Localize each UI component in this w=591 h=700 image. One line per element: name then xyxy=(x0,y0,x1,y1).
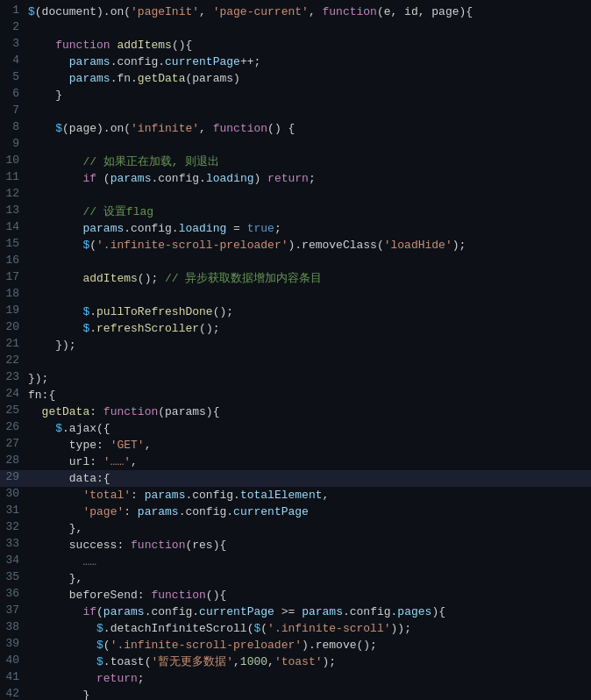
code-token: totalElement xyxy=(240,489,323,502)
code-token xyxy=(28,239,82,252)
code-token: , xyxy=(233,655,240,668)
code-token: '.infinite-scroll-preloader' xyxy=(110,639,302,652)
code-token xyxy=(28,272,82,285)
code-token xyxy=(28,672,96,685)
line-number: 27 xyxy=(4,437,28,450)
line-content xyxy=(28,20,587,37)
code-token: type: xyxy=(28,439,110,452)
line-content: $(document).on('pageInit', 'page-current… xyxy=(28,4,587,20)
code-token: : xyxy=(89,405,103,418)
code-token: 'infinite' xyxy=(131,122,199,135)
code-line: 13 // 设置flag xyxy=(0,204,591,220)
line-content: addItems(); // 异步获取数据增加内容条目 xyxy=(28,270,587,287)
line-content: function addItems(){ xyxy=(28,37,587,54)
line-number: 9 xyxy=(4,137,28,150)
code-line: 23}); xyxy=(0,370,591,387)
code-token xyxy=(28,322,82,335)
code-token: getData xyxy=(138,72,186,85)
code-token: '……' xyxy=(103,455,131,468)
code-token xyxy=(28,205,82,218)
code-token: return xyxy=(96,672,138,685)
line-number: 18 xyxy=(4,287,28,300)
code-token: getData xyxy=(42,405,90,418)
line-number: 26 xyxy=(4,420,28,433)
code-token: ( xyxy=(96,605,103,618)
code-token: $ xyxy=(28,5,35,18)
code-line: 31 'page': params.config.currentPage xyxy=(0,504,591,520)
line-number: 8 xyxy=(4,120,28,133)
line-number: 39 xyxy=(4,637,28,650)
code-token: loading xyxy=(206,172,254,185)
line-content: }); xyxy=(28,370,587,387)
line-content: success: function(res){ xyxy=(28,537,587,554)
code-token: ( xyxy=(103,639,110,652)
code-token: 'page' xyxy=(82,505,124,518)
line-number: 2 xyxy=(4,20,28,33)
code-line: 19 $.pullToRefreshDone(); xyxy=(0,304,591,320)
line-number: 33 xyxy=(4,537,28,550)
line-number: 20 xyxy=(4,320,28,333)
line-content: params.config.loading = true; xyxy=(28,220,587,237)
code-token: (params){ xyxy=(158,405,219,418)
line-number: 35 xyxy=(4,570,28,583)
line-number: 12 xyxy=(4,187,28,200)
line-content xyxy=(28,254,587,270)
line-content: if(params.config.currentPage >= params.c… xyxy=(28,604,587,620)
line-number: 6 xyxy=(4,87,28,100)
code-token xyxy=(28,405,42,418)
code-line: 38 $.detachInfiniteScroll($('.infinite-s… xyxy=(0,620,591,637)
line-number: 4 xyxy=(4,54,28,67)
line-content xyxy=(28,287,587,304)
code-token xyxy=(28,305,82,318)
code-token: 'GET' xyxy=(110,439,145,452)
code-line: 21 }); xyxy=(0,337,591,354)
line-number: 1 xyxy=(4,4,28,17)
code-token: params xyxy=(69,55,110,68)
code-token: ; xyxy=(138,672,145,685)
code-token: params xyxy=(138,505,179,518)
code-line: 3 function addItems(){ xyxy=(0,37,591,54)
code-token xyxy=(28,422,55,435)
line-number: 29 xyxy=(4,470,28,483)
code-token: }, xyxy=(28,522,82,535)
code-line: 30 'total': params.config.totalElement, xyxy=(0,487,591,504)
line-number: 11 xyxy=(4,170,28,183)
line-number: 31 xyxy=(4,504,28,517)
code-token: .config. xyxy=(124,222,178,235)
code-line: 14 params.config.loading = true; xyxy=(0,220,591,237)
line-content: $('.infinite-scroll-preloader').remove()… xyxy=(28,637,587,654)
line-number: 36 xyxy=(4,587,28,600)
code-token: 'toast' xyxy=(274,655,323,668)
line-number: 19 xyxy=(4,304,28,317)
code-token: 'loadHide' xyxy=(384,239,452,252)
code-token: (res){ xyxy=(185,539,226,552)
line-content: } xyxy=(28,87,587,104)
code-token: 'page-current' xyxy=(213,5,309,18)
code-token: fn:{ xyxy=(28,389,55,402)
code-token xyxy=(28,55,69,68)
line-content: …… xyxy=(28,554,587,570)
code-token: return xyxy=(267,172,309,185)
code-token: : xyxy=(124,505,138,518)
line-number: 40 xyxy=(4,654,28,667)
code-line: 29 data:{ xyxy=(0,470,591,487)
code-token xyxy=(28,489,82,502)
code-token xyxy=(28,655,96,668)
code-line: 20 $.refreshScroller(); xyxy=(0,320,591,337)
line-content: if (params.config.loading) return; xyxy=(28,170,587,187)
line-content: $.pullToRefreshDone(); xyxy=(28,304,587,320)
code-line: 26 $.ajax({ xyxy=(0,420,591,437)
line-content: params.fn.getData(params) xyxy=(28,70,587,87)
code-token: params xyxy=(110,172,152,185)
line-content: $.ajax({ xyxy=(28,420,587,437)
line-content: getData: function(params){ xyxy=(28,404,587,420)
line-content: fn:{ xyxy=(28,387,587,404)
code-token: , xyxy=(267,655,274,668)
line-number: 10 xyxy=(4,154,28,167)
code-token: (); xyxy=(138,272,165,285)
line-number: 5 xyxy=(4,70,28,83)
code-token: }); xyxy=(28,372,48,385)
code-token: ); xyxy=(452,239,466,252)
code-token: .toast( xyxy=(103,655,152,668)
code-token: $ xyxy=(96,655,103,668)
